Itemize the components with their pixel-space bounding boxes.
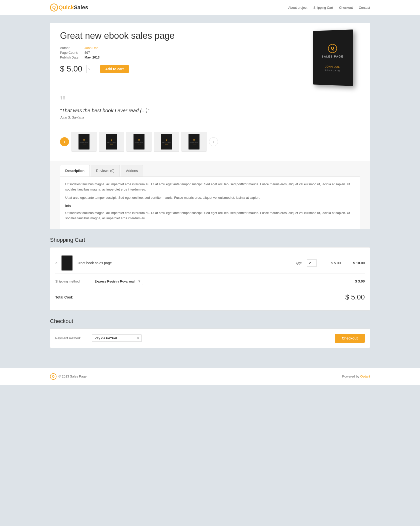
description-p2: Ut at arcu eget ante tempor suscipit. Se… xyxy=(65,195,355,200)
meta-author-row: Author: John Doe xyxy=(60,46,295,50)
thumbnails-section: ‹ Q SALES PAGE ★★★ Q SALES PAGE ★★★ xyxy=(50,127,370,157)
cart-unit-price: $ 5.00 xyxy=(321,261,341,265)
shipping-method-select[interactable]: Express Registry Royal mail xyxy=(92,278,143,285)
author-label: Author: xyxy=(60,46,82,50)
thumb-book-4: Q SALES PAGE ★★★ xyxy=(161,134,172,150)
thumb-book-3: Q SALES PAGE ★★★ xyxy=(134,134,144,150)
info-p: Ut sodales faucibus magna, ac imperdiet … xyxy=(65,210,355,221)
logo-q-icon: Q xyxy=(50,4,58,12)
footer-copyright: © 2013 Sales Page xyxy=(58,374,86,378)
product-title: Great new ebook sales page xyxy=(60,30,295,41)
info-heading: Info xyxy=(65,203,355,208)
thumb-stars-5: ★★★ xyxy=(192,143,196,145)
thumbnail-1[interactable]: Q SALES PAGE ★★★ xyxy=(72,132,96,152)
shipping-label: Shipping method: xyxy=(55,280,88,283)
main-content: Great new ebook sales page Author: John … xyxy=(0,15,420,358)
thumb-book-5: Q SALES PAGE ★★★ xyxy=(188,134,200,150)
thumb-book-2: Q SALES PAGE ★★★ xyxy=(106,134,117,150)
thumb-q-2: Q xyxy=(111,139,112,141)
thumbnails-row: ‹ Q SALES PAGE ★★★ Q SALES PAGE ★★★ xyxy=(60,132,360,152)
quantity-input[interactable] xyxy=(86,65,96,73)
nav-checkout[interactable]: Checkout xyxy=(339,6,353,10)
quote-mark-icon: " xyxy=(60,98,360,105)
shopping-cart-title: Shopping Cart xyxy=(50,237,370,243)
quote-author: John S. Santana xyxy=(60,116,360,119)
checkout-button[interactable]: Checkout xyxy=(335,334,365,343)
thumbnail-3[interactable]: Q SALES PAGE ★★★ xyxy=(126,132,152,152)
thumb-stars-2: ★★★ xyxy=(110,143,113,145)
thumbnail-4[interactable]: Q SALES PAGE ★★★ xyxy=(154,132,179,152)
footer-powered-by: Powered by xyxy=(342,374,360,378)
quote-text: “That was the best book I ever read (...… xyxy=(60,108,360,114)
footer-right: Powered by Optart xyxy=(342,374,370,378)
thumb-title-3: SALES PAGE xyxy=(135,142,144,143)
tabs-section: Description Reviews (0) Addons Ut sodale… xyxy=(50,161,370,229)
thumb-title-4: SALES PAGE xyxy=(162,142,171,143)
book-title-text: SALES PAGE xyxy=(322,55,344,58)
thumbnail-5[interactable]: Q SALES PAGE ★★★ xyxy=(182,132,206,152)
cart-qty-input[interactable] xyxy=(307,260,317,266)
meta-pagecount-row: Page Count: 597 xyxy=(60,51,295,54)
shipping-select-wrap: Express Registry Royal mail ▼ xyxy=(92,278,143,285)
cart-item-row: × Great book sales page Qty: $ 5.00 $ 10… xyxy=(55,252,365,274)
cart-total-price: $ 10.00 xyxy=(345,261,365,265)
prev-thumb-button[interactable]: ‹ xyxy=(60,137,69,146)
shipping-cost: $ 3.00 xyxy=(355,279,365,283)
total-label: Total Cost: xyxy=(55,295,73,299)
shipping-row: Shipping method: Express Registry Royal … xyxy=(55,274,365,289)
nav-contact[interactable]: Contact xyxy=(359,6,370,10)
thumb-stars-1: ★★★ xyxy=(82,143,86,145)
price-row: $ 5.00 Add to cart xyxy=(60,64,295,74)
total-value: $ 5.00 xyxy=(345,293,365,301)
add-to-cart-button[interactable]: Add to cart xyxy=(100,65,129,73)
tabs-bar: Description Reviews (0) Addons xyxy=(60,161,360,176)
thumb-title-1: SALES PAGE xyxy=(80,142,88,143)
book-q-icon: Q xyxy=(328,44,337,53)
thumb-q-5: Q xyxy=(193,139,195,141)
footer-left: Q © 2013 Sales Page xyxy=(50,373,86,380)
product-section: Great new ebook sales page Author: John … xyxy=(50,23,370,93)
logo[interactable]: Q QuickSales xyxy=(50,4,88,12)
publishdate-value: May, 2013 xyxy=(84,56,100,59)
book-cover: Q SALES PAGE JOHN DOE TEMPLATE xyxy=(313,30,353,86)
cart-item-thumbnail xyxy=(62,256,72,270)
thumb-title-5: SALES PAGE xyxy=(190,142,198,143)
cart-remove-button[interactable]: × xyxy=(55,261,58,265)
checkout-title: Checkout xyxy=(50,318,370,324)
nav-about[interactable]: About project xyxy=(288,6,308,10)
logo-sales-text: Sales xyxy=(74,4,88,11)
thumb-stars-3: ★★★ xyxy=(138,143,140,145)
product-image-area: Q SALES PAGE JOHN DOE TEMPLATE xyxy=(305,30,360,85)
tab-reviews[interactable]: Reviews (0) xyxy=(91,165,120,176)
thumb-q-4: Q xyxy=(166,139,167,141)
payment-select-wrap: Pay via PAYPAL ▼ xyxy=(92,334,142,342)
tab-description[interactable]: Description xyxy=(60,165,90,176)
product-price: $ 5.00 xyxy=(60,64,82,74)
payment-label: Payment method: xyxy=(55,336,88,340)
cart-item-name: Great book sales page xyxy=(76,261,292,265)
description-p1: Ut sodales faucibus magna, ac imperdiet … xyxy=(65,182,355,192)
total-row: Total Cost: $ 5.00 xyxy=(55,289,365,305)
product-meta: Author: John Doe Page Count: 597 Publish… xyxy=(60,46,295,59)
thumbnail-2[interactable]: Q SALES PAGE ★★★ xyxy=(99,132,124,152)
pagecount-label: Page Count: xyxy=(60,51,82,54)
author-value: John Doe xyxy=(84,46,98,50)
thumb-title-2: SALES PAGE xyxy=(107,142,116,143)
product-info: Great new ebook sales page Author: John … xyxy=(60,30,295,85)
thumb-book-1: Q SALES PAGE ★★★ xyxy=(78,134,90,150)
footer-optart: Optart xyxy=(360,374,370,378)
thumb-q-3: Q xyxy=(138,139,140,141)
checkout-box: Payment method: Pay via PAYPAL ▼ Checkou… xyxy=(50,328,370,348)
footer: Q © 2013 Sales Page Powered by Optart xyxy=(0,368,420,385)
product-wrapper: Great new ebook sales page Author: John … xyxy=(50,23,370,229)
nav-cart[interactable]: Shipping Cart xyxy=(313,6,333,10)
thumb-q-1: Q xyxy=(83,139,85,141)
tab-addons[interactable]: Addons xyxy=(121,165,143,176)
payment-method-select[interactable]: Pay via PAYPAL xyxy=(92,334,142,342)
tab-content: Ut sodales faucibus magna, ac imperdiet … xyxy=(60,176,360,229)
thumb-stars-4: ★★★ xyxy=(165,143,168,145)
header: Q QuickSales About project Shipping Cart… xyxy=(0,0,420,15)
next-thumb-button[interactable]: › xyxy=(209,137,218,146)
quote-section: " “That was the best book I ever read (.… xyxy=(50,93,370,127)
logo-quick-text: Quick xyxy=(58,4,74,11)
